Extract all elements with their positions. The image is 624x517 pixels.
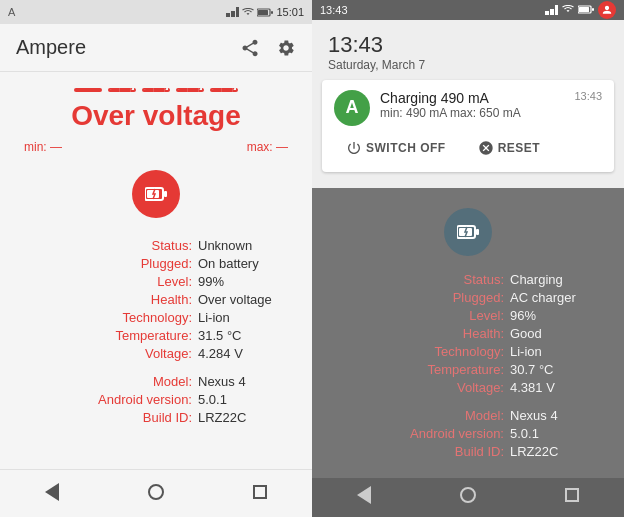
wifi-icon-right [562, 5, 574, 14]
home-icon-right[interactable] [460, 487, 476, 507]
svg-rect-13 [579, 7, 589, 12]
battery-fab-right[interactable] [444, 208, 492, 256]
level-label: Level: [82, 274, 192, 289]
build-id-value: LRZ22C [198, 410, 288, 425]
switch-off-button[interactable]: SWITCH OFF [334, 134, 458, 162]
model-value-r: Nexus 4 [510, 408, 600, 423]
table-row: Android version: 5.0.1 [336, 426, 600, 441]
temperature-label-r: Temperature: [394, 362, 504, 377]
android-version-value: 5.0.1 [198, 392, 288, 407]
plugged-value-r: AC charger [510, 290, 600, 305]
share-icon[interactable] [240, 38, 260, 58]
table-row: Model: Nexus 4 [336, 408, 600, 423]
battery-icon [257, 8, 273, 17]
table-row: Voltage: 4.284 V [24, 346, 288, 361]
info-table-right: Status: Charging Plugged: AC charger Lev… [328, 272, 608, 462]
info-divider [24, 364, 288, 374]
android-version-label-r: Android version: [394, 426, 504, 441]
battery-icon-fab [145, 186, 167, 202]
notification-card: A Charging 490 mA min: 490 mA max: 650 m… [322, 80, 614, 172]
table-row: Health: Over voltage [24, 292, 288, 307]
recent-icon[interactable] [253, 485, 267, 503]
model-label: Model: [82, 374, 192, 389]
back-icon-right[interactable] [357, 486, 371, 508]
status-label: Status: [82, 238, 192, 253]
table-row: Build ID: LRZ22C [336, 444, 600, 459]
health-value: Over voltage [198, 292, 288, 307]
notif-title: Charging 490 mA [380, 90, 564, 106]
notif-text-block: Charging 490 mA min: 490 mA max: 650 mA [380, 90, 564, 120]
voltage-value: 4.284 V [198, 346, 288, 361]
dash-4 [176, 88, 204, 92]
notification-time: 13:43 [320, 28, 616, 58]
voltage-value-r: 4.381 V [510, 380, 600, 395]
svg-rect-5 [271, 11, 273, 14]
reset-button[interactable]: RESET [466, 134, 553, 162]
status-value-r: Charging [510, 272, 600, 287]
technology-label: Technology: [82, 310, 192, 325]
svg-rect-17 [476, 229, 479, 235]
level-value: 99% [198, 274, 288, 289]
dash-1 [74, 88, 102, 92]
table-row: Status: Unknown [24, 238, 288, 253]
switch-off-label: SWITCH OFF [366, 141, 446, 155]
build-id-label: Build ID: [82, 410, 192, 425]
app-bar-left: Ampere [0, 24, 312, 72]
svg-rect-8 [164, 191, 167, 197]
table-row: Model: Nexus 4 [24, 374, 288, 389]
table-row: Technology: Li-ion [24, 310, 288, 325]
nav-bar-right [312, 478, 624, 517]
info-table-left: Status: Unknown Plugged: On battery Leve… [16, 238, 296, 428]
avatar-icon [602, 5, 612, 15]
main-content-left: Over voltage min: — max: — Status: Unkno… [0, 72, 312, 469]
table-row: Plugged: On battery [24, 256, 288, 271]
app-bar-icons-left [240, 38, 296, 58]
table-row: Technology: Li-ion [336, 344, 600, 359]
table-row: Plugged: AC charger [336, 290, 600, 305]
reset-label: RESET [498, 141, 541, 155]
dash-3 [142, 88, 170, 92]
svg-rect-14 [592, 8, 594, 11]
status-bar-right-icons: 15:01 [226, 6, 304, 18]
max-label: max: — [247, 140, 288, 154]
svg-rect-4 [258, 10, 268, 15]
home-icon[interactable] [148, 484, 164, 504]
health-label: Health: [82, 292, 192, 307]
health-label-r: Health: [394, 326, 504, 341]
build-id-value-r: LRZ22C [510, 444, 600, 459]
status-bar-right-icons [545, 1, 616, 19]
user-avatar [598, 1, 616, 19]
voltage-label-r: Voltage: [394, 380, 504, 395]
status-bar-left-icons: A [8, 6, 15, 18]
plugged-value: On battery [198, 256, 288, 271]
battery-fab-left[interactable] [132, 170, 180, 218]
app-title-left: Ampere [16, 36, 86, 59]
table-row: Status: Charging [336, 272, 600, 287]
nav-bar-left [0, 469, 312, 517]
dash-5 [210, 88, 238, 92]
settings-icon[interactable] [276, 38, 296, 58]
table-row: Level: 96% [336, 308, 600, 323]
build-id-label-r: Build ID: [394, 444, 504, 459]
notif-actions: SWITCH OFF RESET [334, 134, 602, 162]
plugged-label-r: Plugged: [394, 290, 504, 305]
right-panel: 13:43 [312, 0, 624, 517]
table-row: Temperature: 31.5 °C [24, 328, 288, 343]
signal-icon-right [545, 5, 558, 15]
back-icon[interactable] [45, 483, 59, 505]
power-icon [346, 140, 362, 156]
model-label-r: Model: [394, 408, 504, 423]
left-panel: A 15:01 Ampere [0, 0, 312, 517]
svg-marker-1 [231, 11, 235, 17]
time-left: 15:01 [276, 6, 304, 18]
svg-marker-0 [226, 13, 230, 17]
close-circle-icon [478, 140, 494, 156]
android-version-value-r: 5.0.1 [510, 426, 600, 441]
level-value-r: 96% [510, 308, 600, 323]
status-bar-right: 13:43 [312, 0, 624, 20]
health-value-r: Good [510, 326, 600, 341]
table-row: Voltage: 4.381 V [336, 380, 600, 395]
notif-subtitle: min: 490 mA max: 650 mA [380, 106, 564, 120]
recent-icon-right[interactable] [565, 488, 579, 506]
status-value: Unknown [198, 238, 288, 253]
